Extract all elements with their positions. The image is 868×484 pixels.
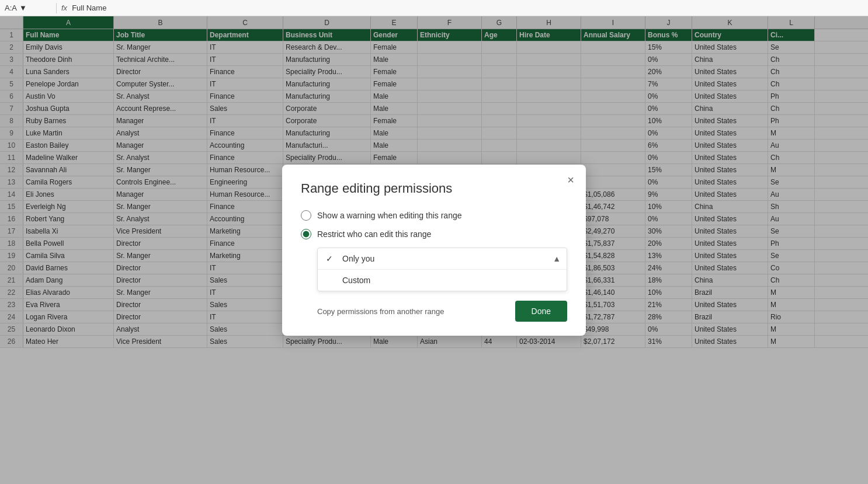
dropdown-item-custom[interactable]: ✓ Custom [318, 270, 567, 291]
copy-permissions-link[interactable]: Copy permissions from another range [317, 307, 445, 316]
fx-label: fx [61, 4, 67, 12]
dropdown-item-only-you-label: Only you [342, 254, 374, 263]
dropdown-item-only-you[interactable]: ✓ Only you [318, 248, 567, 270]
dialog-title: Range editing permissions [301, 181, 567, 196]
cell-ref-dropdown-icon[interactable]: ▼ [19, 4, 27, 12]
range-editing-dialog: Range editing permissions × Show a warni… [282, 165, 586, 336]
radio-warn[interactable] [301, 210, 311, 221]
radio-option-warn[interactable]: Show a warning when editing this range [301, 210, 567, 221]
check-icon: ✓ [326, 254, 336, 263]
permission-dropdown[interactable]: ✓ Only you ✓ Custom ▲ [317, 248, 567, 291]
formula-value: Full Name [72, 4, 106, 12]
cell-ref-value: A:A [5, 4, 17, 12]
radio-restrict-label: Restrict who can edit this range [317, 229, 431, 239]
spreadsheet: A B C D E F G H I J K L 1 Full Name Job … [0, 16, 868, 484]
dropdown-arrow-icon: ▲ [553, 254, 561, 263]
dialog-close-button[interactable]: × [567, 174, 574, 186]
radio-restrict[interactable] [301, 229, 311, 239]
done-button[interactable]: Done [515, 301, 567, 322]
dialog-overlay: Range editing permissions × Show a warni… [0, 16, 868, 484]
formula-bar: A:A ▼ fx Full Name [0, 0, 868, 16]
radio-option-restrict[interactable]: Restrict who can edit this range [301, 229, 567, 239]
radio-warn-label: Show a warning when editing this range [317, 211, 462, 220]
dropdown-item-custom-label: Custom [342, 276, 370, 285]
dialog-footer: Copy permissions from another range Done [317, 301, 567, 322]
formula-divider [56, 3, 57, 13]
cell-reference[interactable]: A:A ▼ [5, 4, 51, 12]
